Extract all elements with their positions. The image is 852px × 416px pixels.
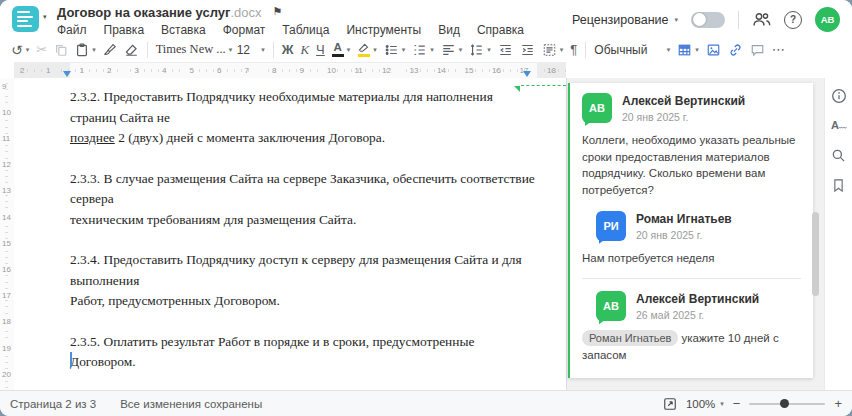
decrease-indent-button[interactable] bbox=[495, 39, 516, 61]
document-info-icon[interactable] bbox=[831, 87, 847, 104]
ruler-number: 4 bbox=[162, 66, 166, 75]
scrollbar-thumb[interactable] bbox=[812, 212, 819, 296]
horizontal-ruler: 21 123456789101112131415161718 bbox=[14, 62, 566, 79]
zoom-slider[interactable] bbox=[749, 403, 825, 405]
help-icon[interactable]: ? bbox=[784, 11, 802, 29]
review-mode-select[interactable]: Рецензирование▾ bbox=[572, 13, 678, 27]
spellcheck-icon[interactable]: А﹏ bbox=[831, 117, 846, 134]
comment-author: Роман Игнатьев bbox=[636, 211, 732, 226]
comment-anchor-icon bbox=[514, 86, 520, 92]
comment-meta: Алексей Вертинский20 янв 2025 г. bbox=[622, 93, 745, 123]
clear-style-button[interactable] bbox=[121, 39, 142, 61]
align-button[interactable]: ▾ bbox=[438, 39, 466, 61]
comment-text: Роман Игнатьев укажите 10 дней с запасом bbox=[582, 330, 801, 363]
menu-item-7[interactable]: Вид bbox=[438, 23, 460, 37]
ruler-number: 13 bbox=[410, 66, 419, 75]
comment-avatar: АВ bbox=[596, 291, 626, 321]
ruler-number: 11 bbox=[355, 66, 363, 75]
ruler-number: 5 bbox=[190, 66, 194, 75]
ruler-number: 19 bbox=[2, 344, 11, 353]
format-painter-button[interactable] bbox=[100, 39, 120, 61]
ruler-number: 6 bbox=[217, 66, 221, 75]
paragraph-style-select[interactable]: Обычный▾ bbox=[591, 39, 673, 61]
paste-button[interactable]: ▾ bbox=[72, 39, 99, 61]
numbered-list-button[interactable]: ▾ bbox=[409, 39, 437, 61]
cut-button[interactable]: ✂ bbox=[33, 39, 50, 61]
comment-divider bbox=[582, 278, 801, 279]
increase-indent-button[interactable] bbox=[517, 39, 538, 61]
document-text: 2.3.2. Предоставить Подрядчику необходим… bbox=[70, 87, 540, 416]
underline-button[interactable]: Ч bbox=[313, 39, 328, 61]
comment-author: Алексей Вертинский bbox=[622, 93, 745, 108]
paragraph-2: 2.3.3. В случае размещения Сайта на серв… bbox=[70, 169, 540, 231]
titlebar: ▾ Договор на оказание услуг.docx ⚑ ФайлП… bbox=[0, 0, 852, 37]
chevron-down-icon: ▾ bbox=[720, 400, 724, 408]
menu-item-1[interactable]: Файл bbox=[57, 23, 87, 37]
ruler-number: 13 bbox=[2, 186, 11, 195]
menu-item-6[interactable]: Инструменты bbox=[346, 23, 421, 37]
line-spacing-button[interactable]: ▾ bbox=[466, 39, 494, 61]
ruler-number: 15 bbox=[465, 66, 474, 75]
highlight-color-button[interactable]: ▾ bbox=[354, 39, 380, 61]
comment-button[interactable] bbox=[747, 39, 768, 61]
ruler-number: 2 bbox=[20, 66, 24, 75]
ruler-number: 9 bbox=[300, 66, 304, 75]
logo-chevron-down-icon[interactable]: ▾ bbox=[43, 13, 47, 21]
comment-date: 20 янв 2025 г. bbox=[636, 229, 732, 241]
document-title: Договор на оказание услуг.docx bbox=[57, 3, 262, 21]
review-toggle[interactable] bbox=[691, 12, 725, 28]
app-logo-icon[interactable] bbox=[12, 6, 39, 32]
left-indent-marker[interactable] bbox=[63, 71, 71, 77]
zoom-in-button[interactable]: + bbox=[834, 396, 842, 411]
insert-table-button[interactable]: ▾ bbox=[674, 39, 702, 61]
ruler-number: 1 bbox=[80, 66, 84, 75]
ruler-number: 2 bbox=[107, 66, 111, 75]
undo-button[interactable]: ↺▾ bbox=[8, 39, 32, 61]
user-avatar[interactable]: АВ bbox=[815, 7, 840, 32]
document-page[interactable]: 2.3.2. Предоставить Подрядчику необходим… bbox=[14, 78, 566, 390]
bullet-list-button[interactable]: ▾ bbox=[381, 39, 409, 61]
app-window: ▾ Договор на оказание услуг.docx ⚑ ФайлП… bbox=[0, 0, 852, 416]
page-indicator[interactable]: Страница 2 из 3 bbox=[10, 398, 96, 410]
insert-link-button[interactable] bbox=[725, 39, 746, 61]
zoom-slider-knob[interactable] bbox=[780, 399, 789, 408]
paragraph-frame-button[interactable]: ▾ bbox=[539, 39, 567, 61]
ruler-number: 7 bbox=[245, 66, 249, 75]
comment-date: 20 янв 2025 г. bbox=[622, 111, 745, 123]
menu-item-2[interactable]: Правка bbox=[104, 23, 145, 37]
ruler-number: 1 bbox=[46, 66, 50, 75]
comments-panel: АВАлексей Вертинский20 янв 2025 г.Коллег… bbox=[566, 78, 824, 390]
comment-reply: РИРоман Игнатьев20 янв 2025 г. bbox=[596, 211, 801, 241]
zoom-out-button[interactable]: − bbox=[733, 396, 741, 411]
copy-button[interactable] bbox=[51, 39, 71, 61]
ruler-number: 16 bbox=[492, 66, 501, 75]
ruler-number: 17 bbox=[2, 291, 11, 300]
show-formatting-marks-button[interactable]: ¶ bbox=[567, 39, 580, 61]
comment-meta: Роман Игнатьев20 янв 2025 г. bbox=[636, 211, 732, 241]
mention-pill[interactable]: Роман Игнатьев bbox=[582, 330, 678, 346]
status-bar: Страница 2 из 3 Все изменения сохранены … bbox=[0, 390, 852, 416]
search-icon[interactable] bbox=[831, 147, 846, 164]
toolbar: ↺▾ ✂ ▾ Times New ...▾ 12▾ Ж К Ч А ▾ ▾ bbox=[8, 37, 846, 62]
font-name-select[interactable]: Times New ...▾ bbox=[153, 39, 233, 61]
ruler-number: 10 bbox=[327, 66, 336, 75]
menu-item-4[interactable]: Формат bbox=[223, 23, 266, 37]
insert-image-button[interactable] bbox=[703, 39, 724, 61]
menu-item-5[interactable]: Таблица bbox=[282, 23, 329, 37]
font-color-button[interactable]: А ▾ bbox=[329, 39, 354, 61]
favorite-flag-icon[interactable]: ⚑ bbox=[273, 5, 283, 18]
fit-width-button[interactable] bbox=[663, 397, 677, 411]
right-indent-marker[interactable] bbox=[523, 71, 531, 77]
bold-button[interactable]: Ж bbox=[279, 39, 297, 61]
bookmark-icon[interactable] bbox=[832, 177, 845, 194]
italic-button[interactable]: К bbox=[297, 39, 312, 61]
zoom-select[interactable]: 100%▾ bbox=[686, 398, 724, 410]
comment-thread-card[interactable]: АВАлексей Вертинский20 янв 2025 г.Коллег… bbox=[568, 83, 813, 378]
menu-item-3[interactable]: Вставка bbox=[161, 23, 206, 37]
divider bbox=[738, 11, 739, 29]
menu-item-8[interactable]: Справка bbox=[477, 23, 524, 37]
more-tools-button[interactable]: ⋯ bbox=[769, 39, 788, 61]
paragraph-4: 2.3.5. Оплатить результат Работ в порядк… bbox=[70, 332, 540, 373]
font-size-select[interactable]: 12▾ bbox=[234, 39, 268, 61]
collaborators-icon[interactable] bbox=[752, 11, 771, 28]
